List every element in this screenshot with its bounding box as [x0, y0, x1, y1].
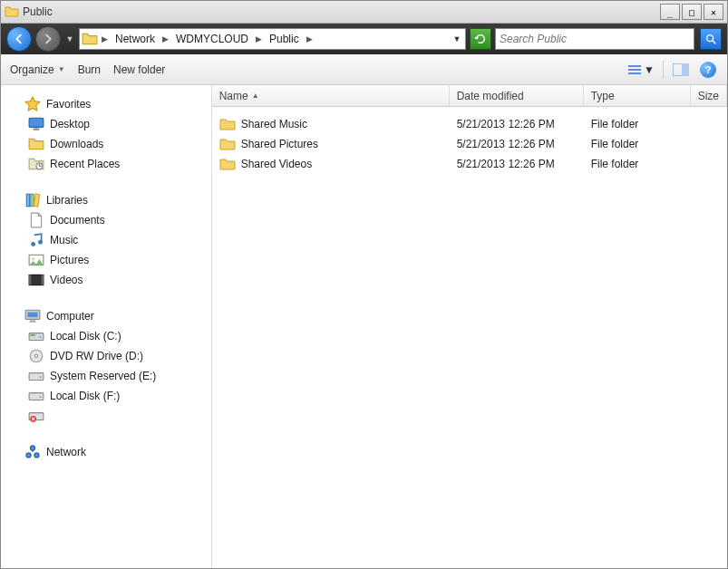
computer-label: Computer — [46, 310, 94, 323]
search-input[interactable] — [500, 33, 690, 45]
sidebar-item-pictures[interactable]: Pictures — [5, 250, 208, 270]
chevron-down-icon: ▼ — [644, 63, 655, 76]
column-header-name[interactable]: Name ▲ — [212, 85, 450, 106]
column-label: Name — [219, 90, 248, 102]
file-date: 5/21/2013 12:26 PM — [450, 158, 584, 170]
sort-ascending-icon: ▲ — [252, 92, 259, 100]
svg-point-34 — [34, 453, 39, 458]
separator — [663, 61, 664, 79]
sidebar-item-downloads[interactable]: Downloads — [5, 134, 208, 154]
breadcrumb-segment[interactable]: Public — [266, 33, 303, 45]
favorites-header[interactable]: ▷ Favorites — [5, 94, 208, 114]
svg-point-12 — [31, 242, 35, 246]
svg-point-35 — [30, 446, 34, 450]
table-row[interactable]: Shared Videos 5/21/2013 12:26 PM File fo… — [212, 154, 727, 174]
chevron-right-icon[interactable]: ▶ — [100, 34, 110, 43]
libraries-header[interactable]: ▷ Libraries — [5, 190, 208, 210]
help-icon: ? — [700, 62, 716, 78]
sidebar-item-label: Downloads — [50, 138, 103, 150]
sidebar-item-recent[interactable]: Recent Places — [5, 154, 208, 174]
svg-rect-16 — [29, 275, 44, 284]
chevron-right-icon[interactable]: ▶ — [305, 34, 315, 43]
navigation-bar: ▼ ▶ Network ▶ WDMYCLOUD ▶ Public ▶ ▼ — [1, 24, 727, 54]
burn-label: Burn — [78, 63, 101, 76]
drive-icon — [28, 388, 44, 404]
chevron-right-icon[interactable]: ▶ — [254, 34, 264, 43]
close-button[interactable]: ✕ — [704, 4, 723, 20]
svg-point-13 — [38, 240, 43, 245]
sidebar-item-label: Local Disk (F:) — [50, 390, 120, 402]
svg-rect-20 — [27, 313, 37, 318]
column-header-size[interactable]: Size — [691, 85, 727, 106]
search-box[interactable] — [495, 28, 694, 50]
refresh-button[interactable] — [470, 28, 491, 50]
preview-pane-button[interactable] — [671, 60, 691, 80]
svg-rect-7 — [34, 129, 40, 130]
svg-point-0 — [707, 35, 713, 42]
drive-icon — [28, 368, 44, 384]
minimize-button[interactable]: _ — [660, 4, 680, 20]
burn-button[interactable]: Burn — [78, 63, 101, 76]
folder-icon — [219, 117, 236, 131]
sidebar-item-dvd[interactable]: DVD RW Drive (D:) — [5, 346, 208, 366]
navigation-pane[interactable]: ▷ Favorites Desktop Downloads Recent Pla… — [1, 85, 212, 568]
network-group: ▷ Network — [5, 442, 208, 462]
svg-rect-17 — [29, 275, 31, 284]
column-label: Size — [698, 90, 719, 102]
body: ▷ Favorites Desktop Downloads Recent Pla… — [1, 85, 727, 568]
column-header-type[interactable]: Type — [584, 85, 691, 106]
file-list: Name ▲ Date modified Type Size Shared — [212, 85, 727, 568]
sidebar-item-label: Documents — [50, 214, 105, 227]
svg-point-26 — [34, 354, 37, 357]
sidebar-item-local-f[interactable]: Local Disk (F:) — [5, 386, 208, 406]
window-title: Public — [23, 5, 660, 18]
title-bar: Public _ □ ✕ — [1, 1, 727, 24]
sidebar-item-documents[interactable]: Documents — [5, 210, 208, 230]
sidebar-item-label: DVD RW Drive (D:) — [50, 350, 143, 362]
sidebar-item-videos[interactable]: Videos — [5, 270, 208, 290]
breadcrumb-segment[interactable]: WDMYCLOUD — [172, 33, 252, 45]
breadcrumb-dropdown[interactable]: ▼ — [451, 34, 463, 43]
chevron-right-icon[interactable]: ▶ — [160, 34, 170, 43]
document-icon — [28, 212, 44, 228]
sidebar-item-system-reserved[interactable]: System Reserved (E:) — [5, 366, 208, 386]
sidebar-item-label: Recent Places — [50, 158, 120, 170]
sidebar-item-drive-error[interactable] — [5, 406, 208, 426]
search-button[interactable] — [700, 28, 722, 50]
file-rows: Shared Music 5/21/2013 12:26 PM File fol… — [212, 107, 727, 568]
sidebar-item-desktop[interactable]: Desktop — [5, 114, 208, 134]
back-button[interactable] — [6, 26, 32, 52]
file-type: File folder — [584, 118, 691, 130]
forward-button[interactable] — [35, 26, 61, 52]
svg-rect-5 — [682, 63, 689, 76]
breadcrumb[interactable]: ▶ Network ▶ WDMYCLOUD ▶ Public ▶ ▼ — [79, 28, 466, 50]
breadcrumb-segment[interactable]: Network — [112, 33, 159, 45]
organize-label: Organize — [10, 63, 54, 76]
history-dropdown[interactable]: ▼ — [64, 34, 75, 43]
maximize-button[interactable]: □ — [682, 4, 702, 20]
svg-rect-9 — [26, 194, 29, 207]
sidebar-item-local-c[interactable]: Local Disk (C:) — [5, 326, 208, 346]
file-type: File folder — [584, 138, 691, 150]
favorites-label: Favorites — [46, 98, 91, 111]
folder-icon — [5, 5, 19, 19]
table-row[interactable]: Shared Pictures 5/21/2013 12:26 PM File … — [212, 134, 727, 154]
column-header-date[interactable]: Date modified — [450, 85, 584, 106]
help-button[interactable]: ? — [698, 60, 718, 80]
table-row[interactable]: Shared Music 5/21/2013 12:26 PM File fol… — [212, 114, 727, 134]
sidebar-item-music[interactable]: Music — [5, 230, 208, 250]
svg-rect-21 — [30, 321, 36, 323]
svg-rect-3 — [628, 72, 641, 74]
sidebar-item-label: Local Disk (C:) — [50, 330, 121, 342]
svg-point-24 — [39, 336, 41, 338]
view-options-button[interactable]: ▼ — [626, 60, 655, 80]
computer-icon — [24, 308, 41, 324]
network-icon — [24, 444, 41, 460]
computer-header[interactable]: ▷ Computer — [5, 306, 208, 326]
organize-menu[interactable]: Organize ▼ — [10, 63, 65, 76]
file-name: Shared Music — [241, 118, 307, 130]
file-name: Shared Pictures — [241, 138, 318, 150]
folder-icon — [28, 136, 44, 152]
new-folder-button[interactable]: New folder — [113, 63, 165, 76]
network-header[interactable]: ▷ Network — [5, 442, 208, 462]
